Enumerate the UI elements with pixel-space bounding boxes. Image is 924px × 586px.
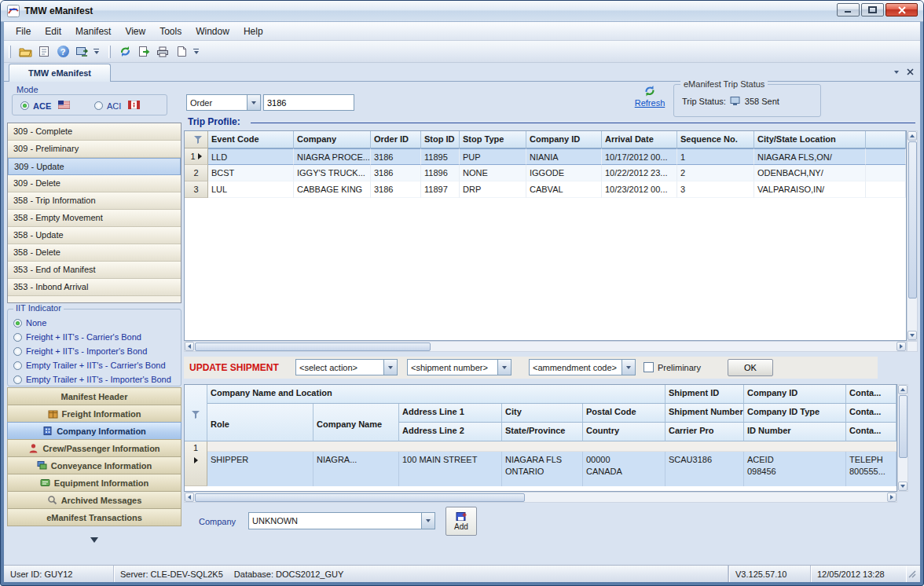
action-item-353-inbond-arrival[interactable]: 353 - Inbond Arrival xyxy=(8,279,181,296)
scroll-left-icon[interactable] xyxy=(185,493,194,502)
menu-item-file[interactable]: File xyxy=(9,23,38,40)
scroll-right-icon[interactable] xyxy=(887,493,896,502)
aci-radio[interactable] xyxy=(94,101,103,110)
amendment-code-select[interactable]: <ammendment code> xyxy=(529,359,636,375)
action-item-358-empty-movement[interactable]: 358 - Empty Movement xyxy=(8,210,181,227)
group-header[interactable]: Shipment ID xyxy=(666,385,744,404)
table-row[interactable]: 1 SHIPPER NIAGRA... 100 MAIN STREET NIAG… xyxy=(185,441,896,486)
menu-item-view[interactable]: View xyxy=(118,23,152,40)
shipment-grid-vscrollbar[interactable] xyxy=(897,384,908,492)
column-header[interactable]: Company ID Type xyxy=(744,404,846,423)
scrollbar-thumb[interactable] xyxy=(195,493,525,502)
column-header[interactable]: City xyxy=(502,404,583,423)
sidebar-item-archived-messages[interactable]: Archived Messages xyxy=(7,491,182,509)
tab-tmw-emanifest[interactable]: TMW eManifest xyxy=(9,64,111,82)
export-icon[interactable] xyxy=(135,43,152,60)
sidebar-item-emanifest-transactions[interactable]: eManifest Transactions xyxy=(7,508,182,526)
grid-corner-button[interactable] xyxy=(185,131,208,148)
sidebar-item-conveyance-information[interactable]: Conveyance Information xyxy=(7,456,182,474)
sidebar-item-equipment-information[interactable]: Equipment Information xyxy=(7,474,182,492)
column-header[interactable]: Company ID xyxy=(526,131,602,148)
group-header[interactable]: Company ID xyxy=(744,385,846,404)
nav-scroll-down-button[interactable] xyxy=(7,537,182,543)
table-row[interactable]: 1 LLD NIAGRA PROCE... 3186 11895 PUP NIA… xyxy=(185,148,906,165)
sidebar-item-freight-information[interactable]: Freight Information xyxy=(7,405,182,423)
column-header[interactable]: Postal Code xyxy=(583,404,666,423)
column-header[interactable]: Country xyxy=(583,423,666,441)
column-header[interactable]: Address Line 1 xyxy=(399,404,502,423)
action-item-309-update[interactable]: 309 - Update xyxy=(8,158,181,175)
action-item-358-update[interactable]: 358 - Update xyxy=(8,227,181,244)
menu-item-tools[interactable]: Tools xyxy=(152,23,189,40)
toolbar-grip[interactable] xyxy=(9,46,11,58)
ace-radio[interactable] xyxy=(20,101,29,110)
resize-grip[interactable] xyxy=(906,566,920,582)
close-tab-icon[interactable] xyxy=(907,68,914,75)
refresh-button[interactable]: Refresh xyxy=(626,85,673,108)
column-header[interactable]: Arrival Date xyxy=(602,131,677,148)
menu-item-manifest[interactable]: Manifest xyxy=(68,23,118,40)
minimize-button[interactable] xyxy=(837,3,860,16)
search-type-select[interactable]: Order xyxy=(186,94,261,111)
grid-corner-button[interactable] xyxy=(185,385,207,441)
action-item-309-complete[interactable]: 309 - Complete xyxy=(8,123,181,141)
send-icon[interactable] xyxy=(116,43,134,60)
action-item-309-preliminary[interactable]: 309 - Preliminary xyxy=(8,141,181,158)
iit-option-empty-carriers-bond[interactable]: Empty Trailer + IIT's - Carrier's Bond xyxy=(8,358,181,372)
sidebar-item-manifest-header[interactable]: Manifest Header xyxy=(7,387,182,405)
column-header-role[interactable]: Role xyxy=(207,404,314,441)
column-header-company-name[interactable]: Company Name xyxy=(314,404,399,441)
toolbar-overflow-icon[interactable] xyxy=(192,49,200,54)
scroll-left-icon[interactable] xyxy=(185,342,194,351)
help-icon[interactable]: ? xyxy=(54,43,72,60)
scroll-right-icon[interactable] xyxy=(896,342,906,351)
preliminary-checkbox[interactable] xyxy=(644,362,654,372)
column-header[interactable]: Conta... xyxy=(846,423,896,441)
column-header[interactable]: City/State Location xyxy=(754,131,866,148)
new-form-icon[interactable] xyxy=(35,43,53,60)
trip-grid-vscrollbar[interactable] xyxy=(907,130,918,341)
column-header[interactable]: Sequence No. xyxy=(677,131,754,148)
open-folder-icon[interactable] xyxy=(16,43,34,60)
scroll-down-icon[interactable] xyxy=(898,482,908,491)
shipment-grid-hscrollbar[interactable] xyxy=(184,492,897,503)
toolbar-overflow-icon[interactable] xyxy=(92,49,101,54)
table-row[interactable]: 2 BCST IGGY'S TRUCK... 3186 11896 NONE I… xyxy=(185,165,906,181)
title-bar[interactable]: TMW eManifest xyxy=(1,1,923,22)
sidebar-item-company-information[interactable]: Company Information xyxy=(7,422,182,440)
column-header[interactable]: Address Line 2 xyxy=(399,423,502,441)
maximize-button[interactable] xyxy=(861,3,884,16)
iit-option-empty-importers-bond[interactable]: Empty Trailer + IIT's - Importer's Bond xyxy=(8,372,181,386)
add-button[interactable]: Add xyxy=(446,507,477,536)
action-item-309-delete[interactable]: 309 - Delete xyxy=(8,175,181,192)
action-item-358-trip-information[interactable]: 358 - Trip Information xyxy=(8,192,181,210)
action-item-353-end-of-manifest[interactable]: 353 - End of Manifest xyxy=(8,262,181,279)
menu-item-help[interactable]: Help xyxy=(236,23,270,40)
scroll-up-icon[interactable] xyxy=(908,131,917,141)
toolbar-grip[interactable] xyxy=(108,46,111,58)
order-number-input[interactable] xyxy=(263,94,354,111)
menu-item-edit[interactable]: Edit xyxy=(38,23,68,40)
scrollbar-thumb[interactable] xyxy=(195,342,431,351)
column-header[interactable]: Stop Type xyxy=(460,131,526,148)
column-header[interactable]: State/Province xyxy=(502,423,583,441)
action-select[interactable]: <select action> xyxy=(295,359,398,375)
print-icon[interactable] xyxy=(154,43,171,60)
column-header[interactable]: Stop ID xyxy=(421,131,460,148)
action-item-358-delete[interactable]: 358 - Delete xyxy=(8,244,181,262)
group-header[interactable]: Conta... xyxy=(846,385,896,404)
column-header[interactable]: Order ID xyxy=(371,131,421,148)
shipment-number-select[interactable]: <shipment number> xyxy=(407,359,512,375)
tab-list-dropdown-icon[interactable] xyxy=(894,71,899,74)
scroll-down-icon[interactable] xyxy=(908,331,917,340)
column-header[interactable]: Carrier Pro xyxy=(666,423,744,441)
column-header[interactable]: ID Number xyxy=(744,423,846,441)
group-header[interactable]: Company Name and Location xyxy=(207,385,666,404)
company-select[interactable]: UNKNOWN xyxy=(248,512,435,529)
column-header[interactable]: Event Code xyxy=(208,131,294,148)
column-header[interactable]: Company xyxy=(294,131,371,148)
iit-option-freight-importers-bond[interactable]: Freight + IIT's - Importer's Bond xyxy=(8,344,181,358)
column-header[interactable]: Conta... xyxy=(846,404,896,423)
scrollbar-thumb[interactable] xyxy=(899,395,908,458)
table-row[interactable]: 3 LUL CABBAGE KING 3186 11897 DRP CABVAL… xyxy=(185,181,906,198)
